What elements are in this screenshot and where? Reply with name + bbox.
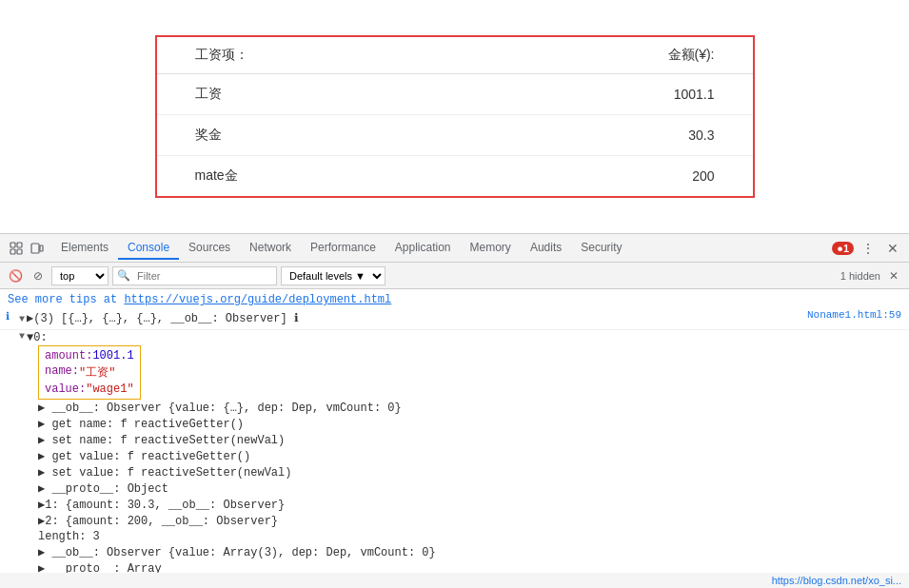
salary-name: 工资 bbox=[157, 74, 464, 115]
salary-name: mate金 bbox=[157, 156, 464, 197]
salary-table: 工资项： 金额(¥): 工资1001.1奖金30.3mate金200 bbox=[155, 35, 755, 198]
console-levels-select[interactable]: Default levels ▼ bbox=[281, 266, 385, 285]
svg-rect-0 bbox=[10, 243, 15, 247]
prop-key-name: name: bbox=[45, 364, 79, 378]
console-filter-input[interactable] bbox=[133, 267, 272, 284]
col2-header: 金额(¥): bbox=[464, 37, 752, 74]
salary-name: 奖金 bbox=[157, 115, 464, 156]
close-devtools-button[interactable]: ✕ bbox=[882, 238, 903, 259]
tree-root-label: ▼0: bbox=[27, 331, 48, 344]
tree-root-expand[interactable]: ▼ bbox=[19, 331, 25, 342]
svg-rect-3 bbox=[17, 249, 22, 254]
clear-console-button[interactable]: 🚫 bbox=[6, 266, 25, 285]
collapsed-row-item[interactable]: ▶ get value: f reactiveGetter() bbox=[38, 448, 909, 464]
salary-amount: 1001.1 bbox=[464, 74, 752, 115]
collapsed-row-item[interactable]: ▶ __proto__: Object bbox=[38, 480, 909, 497]
collapsed-row-item[interactable]: ▶ set name: f reactiveSetter(newVal) bbox=[38, 432, 909, 448]
table-row: mate金200 bbox=[157, 156, 753, 197]
console-context-select[interactable]: top bbox=[51, 266, 109, 285]
prop-value-amount: 1001.1 bbox=[92, 349, 133, 363]
more-options-button[interactable]: ⋮ bbox=[858, 238, 879, 259]
devtools-tab-bar: ElementsConsoleSourcesNetworkPerformance… bbox=[0, 234, 909, 263]
error-badge: ●1 bbox=[832, 242, 854, 255]
console-output-row-main: ℹ ▶(3) [{…}, {…}, {…}, __ob__: Observer]… bbox=[0, 308, 909, 330]
tip-link[interactable]: https://vuejs.org/guide/deployment.html bbox=[124, 293, 391, 306]
collapsed-row-item[interactable]: ▶1: {amount: 30.3, __ob__: Observer} bbox=[38, 497, 909, 513]
console-settings-button[interactable]: ⊘ bbox=[29, 266, 48, 285]
array-output-text: ▶(3) [{…}, {…}, {…}, __ob__: Observer] ℹ bbox=[27, 312, 299, 325]
svg-rect-1 bbox=[17, 243, 22, 247]
console-object-tree: ▼ ▼0: amount: 1001.1 name: "工资" value: "… bbox=[0, 330, 909, 573]
device-toolbar-button[interactable] bbox=[27, 238, 48, 259]
table-row: 工资1001.1 bbox=[157, 74, 753, 115]
console-output: See more tips at https://vuejs.org/guide… bbox=[0, 289, 909, 573]
devtools-tab-security[interactable]: Security bbox=[571, 237, 631, 260]
console-arrow-info: ℹ bbox=[6, 311, 10, 323]
tree-item-value[interactable]: value: "wage1" bbox=[45, 382, 134, 397]
devtools-tabs: ElementsConsoleSourcesNetworkPerformance… bbox=[51, 237, 832, 260]
collapsed-row-item[interactable]: ▶ set value: f reactiveSetter(newVal) bbox=[38, 464, 909, 480]
console-tip-line: See more tips at https://vuejs.org/guide… bbox=[0, 291, 909, 308]
col1-header: 工资项： bbox=[157, 37, 464, 74]
svg-rect-2 bbox=[10, 249, 15, 254]
inspect-element-button[interactable] bbox=[6, 238, 27, 259]
devtools-panel: ElementsConsoleSourcesNetworkPerformance… bbox=[0, 233, 909, 588]
prop-key-value: value: bbox=[45, 382, 86, 396]
top-area: 工资项： 金额(¥): 工资1001.1奖金30.3mate金200 bbox=[0, 0, 909, 233]
salary-amount: 30.3 bbox=[464, 115, 752, 156]
highlighted-props-box: amount: 1001.1 name: "工资" value: "wage1" bbox=[38, 345, 141, 400]
svg-rect-5 bbox=[40, 245, 43, 251]
bottom-link[interactable]: https://blog.csdn.net/xo_si... bbox=[772, 575, 901, 586]
prop-value-name: "工资" bbox=[79, 364, 115, 381]
console-toolbar: 🚫 ⊘ top 🔍 Default levels ▼ 1 hidden ✕ bbox=[0, 263, 909, 289]
collapsed-row-item[interactable]: ▶ __ob__: Observer {value: Array(3), dep… bbox=[38, 544, 909, 560]
expand-array-arrow[interactable] bbox=[19, 312, 25, 325]
devtools-tab-sources[interactable]: Sources bbox=[179, 237, 240, 260]
console-gutter: ℹ bbox=[0, 309, 15, 323]
console-hide-button[interactable]: ✕ bbox=[884, 266, 903, 285]
tree-item-amount[interactable]: amount: 1001.1 bbox=[45, 348, 134, 363]
devtools-tab-console[interactable]: Console bbox=[118, 237, 179, 260]
devtools-toolbar-right: ●1 ⋮ ✕ bbox=[832, 238, 903, 259]
tree-item-name[interactable]: name: "工资" bbox=[45, 363, 134, 382]
devtools-tab-elements[interactable]: Elements bbox=[51, 237, 118, 260]
console-hidden-count: 1 hidden bbox=[840, 270, 880, 282]
prop-key-amount: amount: bbox=[45, 349, 92, 363]
collapsed-row-item[interactable]: ▶ __proto__: Array bbox=[38, 560, 909, 573]
tip-text: See more tips at bbox=[8, 293, 124, 306]
collapsed-rows: ▶ __ob__: Observer {value: {…}, dep: Dep… bbox=[38, 400, 909, 573]
devtools-tab-application[interactable]: Application bbox=[385, 237, 461, 260]
console-source-main[interactable]: Noname1.html:59 bbox=[807, 309, 909, 321]
svg-rect-4 bbox=[31, 244, 39, 253]
tree-root-row[interactable]: ▼ ▼0: bbox=[19, 330, 909, 345]
collapsed-row-item[interactable]: ▶ get name: f reactiveGetter() bbox=[38, 416, 909, 432]
collapsed-row-item[interactable]: ▶2: {amount: 200, __ob__: Observer} bbox=[38, 513, 909, 529]
collapsed-row-item[interactable]: ▶ __ob__: Observer {value: {…}, dep: Dep… bbox=[38, 400, 909, 416]
filter-icon: 🔍 bbox=[117, 269, 130, 282]
devtools-tab-performance[interactable]: Performance bbox=[301, 237, 385, 260]
salary-amount: 200 bbox=[464, 156, 752, 197]
console-content-main[interactable]: ▶(3) [{…}, {…}, {…}, __ob__: Observer] ℹ bbox=[15, 309, 807, 328]
table-row: 奖金30.3 bbox=[157, 115, 753, 156]
devtools-tab-audits[interactable]: Audits bbox=[521, 237, 571, 260]
prop-value-value: "wage1" bbox=[86, 382, 133, 396]
collapsed-row-item[interactable]: length: 3 bbox=[38, 529, 909, 544]
devtools-tab-network[interactable]: Network bbox=[240, 237, 301, 260]
devtools-tab-memory[interactable]: Memory bbox=[461, 237, 521, 260]
bottom-link-row: https://blog.csdn.net/xo_si... bbox=[0, 573, 909, 588]
